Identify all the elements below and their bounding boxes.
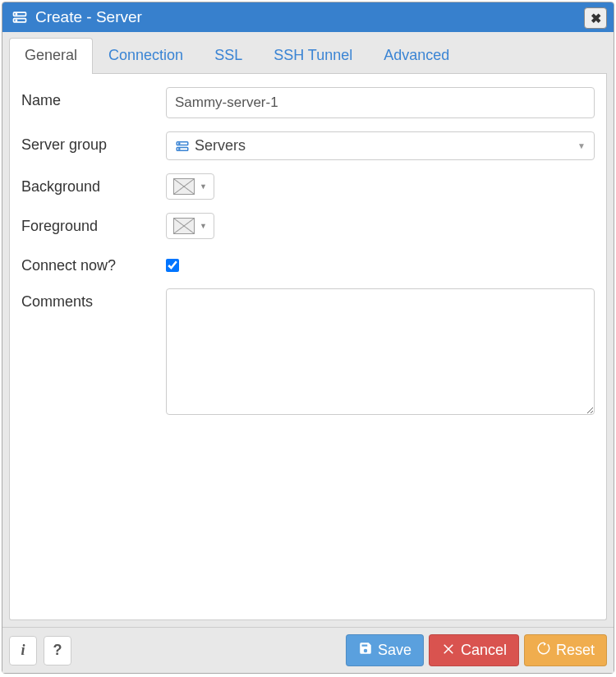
- reset-button[interactable]: Reset: [524, 634, 607, 666]
- svg-point-6: [179, 143, 180, 144]
- help-icon: ?: [53, 642, 62, 659]
- tab-panel-general: Name Server group: [9, 74, 607, 620]
- server-group-select[interactable]: Servers ▼: [166, 131, 595, 160]
- save-label: Save: [378, 642, 411, 659]
- dialog-header: Create - Server ✖: [2, 2, 614, 32]
- cancel-button[interactable]: Cancel: [429, 634, 519, 666]
- no-color-swatch-icon: [173, 178, 195, 195]
- info-icon: i: [21, 642, 25, 659]
- info-button[interactable]: i: [9, 636, 37, 665]
- tab-advanced[interactable]: Advanced: [368, 38, 465, 74]
- tab-connection[interactable]: Connection: [93, 38, 199, 74]
- label-server-group: Server group: [21, 131, 166, 154]
- tab-bar: General Connection SSL SSH Tunnel Advanc…: [9, 37, 607, 74]
- svg-point-7: [179, 148, 180, 149]
- label-foreground: Foreground: [21, 213, 166, 236]
- row-comments: Comments: [21, 288, 595, 418]
- cancel-icon: [441, 641, 456, 660]
- label-background: Background: [21, 173, 166, 196]
- chevron-down-icon: ▼: [200, 222, 207, 230]
- close-icon: ✖: [591, 11, 601, 26]
- chevron-down-icon: ▼: [200, 182, 207, 191]
- dialog-title: Create - Server: [35, 8, 142, 26]
- dialog-footer: i ? Save Cancel: [2, 627, 614, 673]
- label-comments: Comments: [21, 288, 166, 311]
- servers-icon: [175, 139, 190, 154]
- label-connect-now: Connect now?: [21, 252, 166, 275]
- row-name: Name: [21, 87, 595, 118]
- tab-ssh-tunnel[interactable]: SSH Tunnel: [258, 38, 368, 74]
- tab-ssl[interactable]: SSL: [199, 38, 258, 74]
- close-button[interactable]: ✖: [584, 7, 607, 29]
- name-input[interactable]: [166, 87, 595, 118]
- no-color-swatch-icon: [173, 218, 195, 234]
- server-icon: [11, 8, 29, 26]
- save-button[interactable]: Save: [346, 634, 424, 666]
- create-server-dialog: Create - Server ✖ General Connection SSL…: [2, 2, 614, 674]
- comments-textarea[interactable]: [166, 288, 595, 415]
- svg-point-2: [16, 14, 16, 15]
- svg-point-3: [16, 20, 16, 21]
- reset-icon: [536, 641, 551, 660]
- foreground-color-picker[interactable]: ▼: [166, 213, 214, 239]
- tab-general[interactable]: General: [9, 38, 93, 74]
- chevron-down-icon: ▼: [577, 141, 586, 150]
- label-name: Name: [21, 87, 166, 110]
- cancel-label: Cancel: [461, 642, 507, 659]
- row-server-group: Server group Servers ▼: [21, 131, 595, 160]
- background-color-picker[interactable]: ▼: [166, 173, 214, 200]
- server-group-value: Servers: [195, 137, 577, 154]
- connect-now-checkbox[interactable]: [166, 259, 179, 272]
- save-icon: [358, 641, 373, 660]
- reset-label: Reset: [556, 642, 595, 659]
- help-button[interactable]: ?: [44, 636, 71, 665]
- dialog-body: General Connection SSL SSH Tunnel Advanc…: [2, 32, 614, 627]
- row-foreground: Foreground ▼: [21, 213, 595, 239]
- row-background: Background ▼: [21, 173, 595, 200]
- row-connect-now: Connect now?: [21, 252, 595, 275]
